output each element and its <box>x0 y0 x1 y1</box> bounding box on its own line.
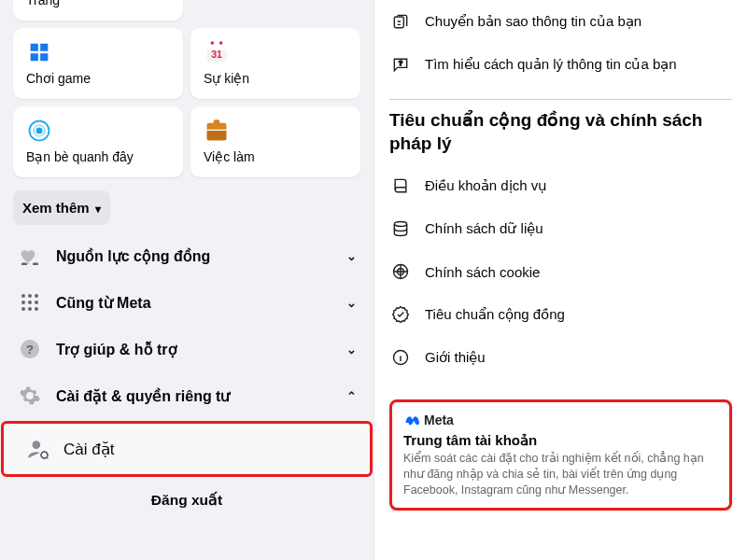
expand-row-label: Nguồn lực cộng đồng <box>56 247 333 265</box>
svg-point-2 <box>211 41 215 45</box>
svg-point-11 <box>21 301 25 304</box>
logout-label: Đăng xuất <box>151 492 222 508</box>
see-more-button[interactable]: Xem thêm ▾ <box>13 190 110 225</box>
shortcut-card-jobs[interactable]: Việc làm <box>190 106 360 177</box>
svg-point-15 <box>28 307 32 311</box>
svg-rect-21 <box>394 17 403 28</box>
shortcut-card-pages[interactable]: Trang <box>13 0 183 21</box>
cookie-icon <box>389 260 412 283</box>
row-label: Giới thiệu <box>425 349 486 366</box>
divider <box>389 99 732 100</box>
chevron-down-icon: ▾ <box>95 203 101 216</box>
expand-row-label: Cài đặt & quyền riêng tư <box>56 387 333 405</box>
svg-text:?: ? <box>26 343 34 357</box>
chevron-up-icon: ⌃ <box>346 389 357 403</box>
svg-point-14 <box>21 307 25 311</box>
logout-button[interactable]: Đăng xuất <box>0 479 374 518</box>
briefcase-icon <box>204 118 230 144</box>
expand-row-label: Cũng từ Meta <box>56 294 333 312</box>
chevron-down-icon: ⌄ <box>346 296 357 310</box>
meta-card-title: Trung tâm tài khoản <box>403 432 718 449</box>
row-about[interactable]: Giới thiệu <box>389 336 732 379</box>
row-data-policy[interactable]: Chính sách dữ liệu <box>389 207 732 250</box>
svg-text:?: ? <box>399 59 403 67</box>
meta-card-description: Kiểm soát các cài đặt cho trải nghiệm kế… <box>403 451 718 498</box>
expand-row-community-resources[interactable]: Nguồn lực cộng đồng ⌄ <box>0 232 374 279</box>
info-icon <box>389 346 412 369</box>
svg-point-23 <box>394 222 406 227</box>
svg-point-9 <box>28 294 32 298</box>
svg-point-8 <box>21 294 25 298</box>
row-cookie-policy[interactable]: Chính sách cookie <box>389 250 732 293</box>
question-bubble-icon: ? <box>389 53 412 76</box>
svg-point-16 <box>35 307 38 311</box>
sub-row-label: Cài đặt <box>63 440 114 459</box>
row-transfer-copy[interactable]: Chuyển bản sao thông tin của bạn <box>389 0 732 43</box>
expand-row-label: Trợ giúp & hỗ trợ <box>56 341 333 358</box>
row-label: Chính sách cookie <box>425 264 540 280</box>
badge-check-icon <box>389 303 412 326</box>
svg-point-3 <box>219 41 223 45</box>
shortcut-label: Trang <box>26 0 170 7</box>
shortcut-card-games[interactable]: Chơi game <box>13 28 183 99</box>
shortcut-grid: Trang Chơi game 31 Sự kiện Bạn bè quanh … <box>0 0 374 177</box>
shortcut-card-nearby[interactable]: Bạn bè quanh đây <box>13 106 183 177</box>
help-icon: ? <box>17 336 43 362</box>
book-icon <box>389 175 412 197</box>
svg-point-10 <box>35 294 38 298</box>
row-label: Tiêu chuẩn cộng đồng <box>425 306 565 323</box>
expand-row-also-from-meta[interactable]: Cũng từ Meta ⌄ <box>0 279 374 326</box>
svg-point-7 <box>36 128 43 134</box>
chevron-down-icon: ⌄ <box>346 249 357 263</box>
expand-row-help-support[interactable]: ? Trợ giúp & hỗ trợ ⌄ <box>0 326 374 372</box>
svg-point-19 <box>33 441 41 449</box>
row-community-standards[interactable]: Tiêu chuẩn cộng đồng <box>389 293 732 336</box>
row-manage-info[interactable]: ? Tìm hiểu cách quản lý thông tin của bạ… <box>389 43 732 86</box>
svg-text:31: 31 <box>211 49 222 60</box>
game-icon <box>26 39 52 65</box>
meta-accounts-center-card[interactable]: Meta Trung tâm tài khoản Kiểm soát các c… <box>389 399 732 511</box>
grid-icon <box>17 289 43 315</box>
data-icon <box>389 217 412 240</box>
nearby-icon <box>26 118 52 144</box>
shortcut-label: Sự kiện <box>204 71 347 86</box>
shortcut-label: Bạn bè quanh đây <box>26 149 170 164</box>
heart-hands-icon <box>17 243 43 269</box>
meta-brand-text: Meta <box>424 413 454 427</box>
calendar-icon: 31 <box>204 39 230 65</box>
shortcut-card-events[interactable]: 31 Sự kiện <box>190 28 360 99</box>
svg-point-12 <box>28 301 32 304</box>
meta-logo: Meta <box>403 412 718 428</box>
person-gear-icon <box>26 437 50 461</box>
gear-icon <box>17 383 43 409</box>
expand-row-settings-privacy[interactable]: Cài đặt & quyền riêng tư ⌃ <box>0 372 374 419</box>
shortcut-label: Chơi game <box>26 71 170 86</box>
section-heading-policies: Tiêu chuẩn cộng đồng và chính sách pháp … <box>389 109 732 155</box>
shortcut-label: Việc làm <box>204 149 347 164</box>
row-label: Chính sách dữ liệu <box>425 220 543 237</box>
transfer-icon <box>389 10 412 33</box>
right-policies-pane: Chuyển bản sao thông tin của bạn ? Tìm h… <box>374 0 747 560</box>
row-label: Tìm hiểu cách quản lý thông tin của bạn <box>425 56 677 73</box>
sub-row-settings[interactable]: Cài đặt <box>1 421 373 477</box>
svg-point-13 <box>35 301 38 304</box>
row-terms[interactable]: Điều khoản dịch vụ <box>389 164 732 207</box>
row-label: Điều khoản dịch vụ <box>425 177 547 194</box>
row-label: Chuyển bản sao thông tin của bạn <box>425 13 641 30</box>
chevron-down-icon: ⌄ <box>346 343 357 357</box>
left-menu-pane: Trang Chơi game 31 Sự kiện Bạn bè quanh … <box>0 0 374 560</box>
see-more-label: Xem thêm <box>22 200 90 216</box>
